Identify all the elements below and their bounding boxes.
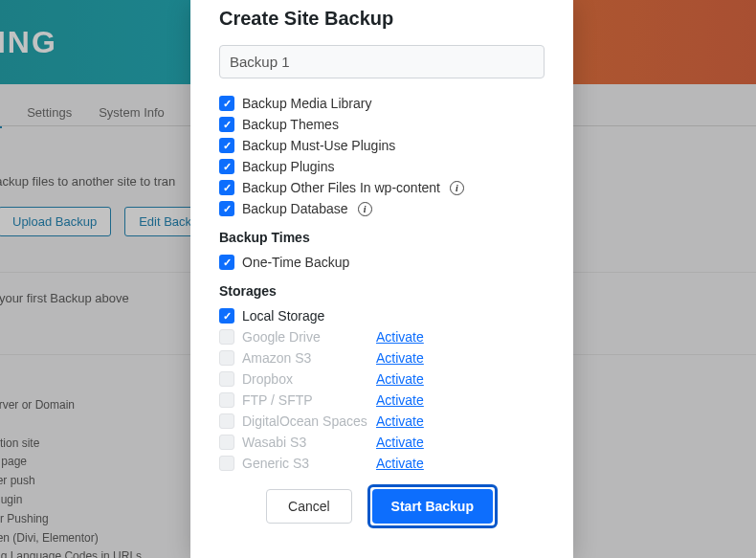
checkbox-icon[interactable] — [219, 255, 234, 270]
storage-row: Amazon S3Activate — [219, 350, 545, 366]
storage-row: DigitalOcean SpacesActivate — [219, 413, 545, 429]
one-time-backup-row[interactable]: One-Time Backup — [219, 255, 545, 270]
checkbox-icon — [219, 392, 234, 408]
backup-times-heading: Backup Times — [219, 230, 545, 245]
checkbox-icon[interactable] — [219, 117, 234, 132]
cancel-button[interactable]: Cancel — [266, 489, 352, 524]
option-label: Backup Media Library — [242, 96, 371, 111]
backup-option-row[interactable]: Backup Plugins — [219, 159, 545, 174]
checkbox-icon[interactable] — [219, 180, 234, 195]
checkbox-icon — [219, 413, 234, 429]
backup-option-row[interactable]: Backup Must-Use Plugins — [219, 138, 545, 153]
backup-name-input[interactable] — [219, 45, 545, 78]
checkbox-icon[interactable] — [219, 138, 234, 153]
storage-row: DropboxActivate — [219, 371, 545, 387]
storages-list: Local StorageGoogle DriveActivateAmazon … — [219, 308, 545, 471]
create-backup-modal: Create Site Backup Backup Media LibraryB… — [190, 0, 573, 558]
storage-row: Generic S3Activate — [219, 456, 545, 471]
checkbox-icon[interactable] — [219, 96, 234, 111]
storage-row[interactable]: Local Storage — [219, 308, 545, 324]
storage-label: Local Storage — [242, 308, 376, 324]
checkbox-icon — [219, 371, 234, 387]
activate-link[interactable]: Activate — [376, 413, 424, 429]
storages-heading: Storages — [219, 283, 545, 299]
backup-option-row[interactable]: Backup Databasei — [219, 201, 545, 216]
storage-label: DigitalOcean Spaces — [242, 413, 376, 429]
option-label: Backup Database — [242, 201, 348, 216]
activate-link[interactable]: Activate — [376, 456, 424, 471]
option-label: Backup Themes — [242, 117, 339, 132]
backup-option-row[interactable]: Backup Themes — [219, 117, 545, 132]
option-label: Backup Other Files In wp-content — [242, 180, 440, 195]
info-icon[interactable]: i — [358, 202, 372, 216]
checkbox-icon[interactable] — [219, 159, 234, 174]
option-label: Backup Must-Use Plugins — [242, 138, 395, 153]
activate-link[interactable]: Activate — [376, 435, 424, 450]
start-backup-button[interactable]: Start Backup — [372, 489, 493, 524]
backup-option-row[interactable]: Backup Media Library — [219, 96, 545, 111]
info-icon[interactable]: i — [450, 181, 464, 195]
storage-row: FTP / SFTPActivate — [219, 392, 545, 408]
storage-label: Dropbox — [242, 371, 376, 387]
activate-link[interactable]: Activate — [376, 392, 424, 408]
activate-link[interactable]: Activate — [376, 350, 424, 366]
storage-label: Wasabi S3 — [242, 435, 376, 450]
storage-label: Google Drive — [242, 329, 376, 345]
activate-link[interactable]: Activate — [376, 329, 424, 345]
one-time-label: One-Time Backup — [242, 255, 349, 270]
backup-options: Backup Media LibraryBackup ThemesBackup … — [219, 96, 545, 216]
checkbox-icon — [219, 456, 234, 471]
checkbox-icon — [219, 350, 234, 366]
storage-label: Generic S3 — [242, 456, 376, 471]
storage-row: Wasabi S3Activate — [219, 435, 545, 450]
backup-option-row[interactable]: Backup Other Files In wp-contenti — [219, 180, 545, 195]
checkbox-icon — [219, 435, 234, 450]
storage-label: FTP / SFTP — [242, 392, 376, 408]
checkbox-icon[interactable] — [219, 201, 234, 216]
start-backup-highlight: Start Backup — [367, 484, 498, 528]
modal-footer: Cancel Start Backup — [219, 484, 545, 528]
modal-title: Create Site Backup — [219, 8, 545, 30]
activate-link[interactable]: Activate — [376, 371, 424, 387]
option-label: Backup Plugins — [242, 159, 335, 174]
storage-label: Amazon S3 — [242, 350, 376, 366]
storage-row: Google DriveActivate — [219, 329, 545, 345]
checkbox-icon — [219, 329, 234, 345]
checkbox-icon[interactable] — [219, 308, 234, 324]
